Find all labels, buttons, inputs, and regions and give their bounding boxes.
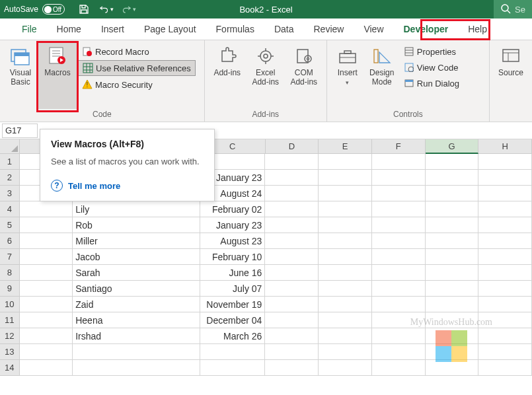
search-box[interactable]: Se <box>494 0 532 18</box>
row-header[interactable]: 5 <box>0 217 20 233</box>
cell[interactable] <box>20 344 73 360</box>
cell[interactable]: August 23 <box>200 233 265 249</box>
tab-developer[interactable]: Developer <box>394 18 459 40</box>
tab-data[interactable]: Data <box>264 18 304 40</box>
cell[interactable]: Heena <box>73 312 200 328</box>
cell[interactable] <box>200 360 265 376</box>
cell[interactable] <box>265 201 319 217</box>
cell[interactable] <box>265 170 319 186</box>
cell[interactable] <box>372 186 426 201</box>
row-header[interactable]: 10 <box>0 297 20 312</box>
cell[interactable]: Sarah <box>73 265 200 281</box>
autosave-toggle[interactable]: AutoSave Off <box>4 4 65 15</box>
cell[interactable] <box>478 170 532 186</box>
cell[interactable] <box>20 360 73 376</box>
cell[interactable] <box>319 217 372 233</box>
row-header[interactable]: 12 <box>0 328 20 344</box>
cell[interactable] <box>20 281 73 297</box>
row-header[interactable]: 4 <box>0 201 20 217</box>
cell[interactable] <box>426 328 479 344</box>
save-icon[interactable] <box>77 2 91 17</box>
name-box[interactable]: G17 <box>2 124 38 138</box>
use-relative-references-button[interactable]: Use Relative References <box>78 60 196 76</box>
row-header[interactable]: 13 <box>0 344 20 360</box>
tab-page-layout[interactable]: Page Layout <box>134 18 206 40</box>
run-dialog-button[interactable]: Run Dialog <box>400 76 463 90</box>
cell[interactable] <box>20 233 73 249</box>
cell[interactable] <box>20 297 73 312</box>
cell[interactable] <box>426 154 479 170</box>
cell[interactable] <box>319 201 372 217</box>
cell[interactable] <box>319 249 372 265</box>
cell[interactable] <box>20 265 73 281</box>
cell[interactable] <box>20 201 73 217</box>
cell[interactable] <box>426 360 479 376</box>
col-header-d[interactable]: D <box>266 139 319 154</box>
cell[interactable]: February 02 <box>200 201 265 217</box>
cell[interactable] <box>426 249 479 265</box>
row-header[interactable]: 2 <box>0 170 20 186</box>
cell[interactable] <box>20 249 73 265</box>
cell[interactable]: Lily <box>73 201 200 217</box>
tab-review[interactable]: Review <box>304 18 354 40</box>
row-header[interactable]: 1 <box>0 154 20 170</box>
cell[interactable] <box>265 217 319 233</box>
cell[interactable] <box>478 344 532 360</box>
cell[interactable] <box>265 233 319 249</box>
cell[interactable]: Santiago <box>73 281 200 297</box>
cell[interactable] <box>478 154 532 170</box>
row-header[interactable]: 7 <box>0 249 20 265</box>
toggle-switch[interactable]: Off <box>42 4 65 15</box>
cell[interactable] <box>73 360 200 376</box>
cell[interactable] <box>265 360 319 376</box>
cell[interactable] <box>372 217 426 233</box>
row-header[interactable]: 11 <box>0 312 20 328</box>
cell[interactable] <box>265 154 319 170</box>
cell[interactable] <box>372 297 426 312</box>
cell[interactable] <box>478 249 532 265</box>
cell[interactable] <box>319 281 372 297</box>
row-header[interactable]: 8 <box>0 265 20 281</box>
cell[interactable]: November 19 <box>200 297 265 312</box>
view-code-button[interactable]: View Code <box>400 60 463 75</box>
cell[interactable] <box>20 328 73 344</box>
cell[interactable] <box>426 233 479 249</box>
cell[interactable]: Miller <box>73 233 200 249</box>
cell[interactable] <box>265 281 319 297</box>
cell[interactable] <box>372 170 426 186</box>
tab-help[interactable]: Help <box>458 18 497 40</box>
cell[interactable] <box>478 265 532 281</box>
cell[interactable] <box>20 312 73 328</box>
cell[interactable]: February 10 <box>200 249 265 265</box>
col-header-e[interactable]: E <box>319 139 372 154</box>
cell[interactable] <box>426 265 479 281</box>
record-macro-button[interactable]: Record Macro <box>78 44 196 59</box>
cell[interactable] <box>372 249 426 265</box>
cell[interactable] <box>372 201 426 217</box>
redo-icon[interactable]: ▾ <box>122 2 136 17</box>
cell[interactable] <box>372 233 426 249</box>
tab-formulas[interactable]: Formulas <box>206 18 264 40</box>
col-header-g[interactable]: G <box>426 139 479 154</box>
cell[interactable] <box>319 170 372 186</box>
cell[interactable] <box>20 217 73 233</box>
tab-file[interactable]: File <box>12 18 47 40</box>
cell[interactable] <box>426 186 479 201</box>
cell[interactable] <box>372 328 426 344</box>
cell[interactable] <box>372 281 426 297</box>
cell[interactable]: July 07 <box>200 281 265 297</box>
cell[interactable] <box>265 297 319 312</box>
cell[interactable] <box>426 312 479 328</box>
row-header[interactable]: 14 <box>0 360 20 376</box>
cell[interactable] <box>478 186 532 201</box>
undo-icon[interactable]: ▾ <box>99 2 114 17</box>
cell[interactable] <box>319 297 372 312</box>
cell[interactable] <box>319 233 372 249</box>
cell[interactable] <box>319 265 372 281</box>
cell[interactable] <box>265 312 319 328</box>
cell[interactable] <box>265 328 319 344</box>
cell[interactable] <box>372 360 426 376</box>
tab-insert[interactable]: Insert <box>91 18 134 40</box>
source-button[interactable]: Source <box>494 43 528 122</box>
select-all-corner[interactable] <box>0 139 20 154</box>
